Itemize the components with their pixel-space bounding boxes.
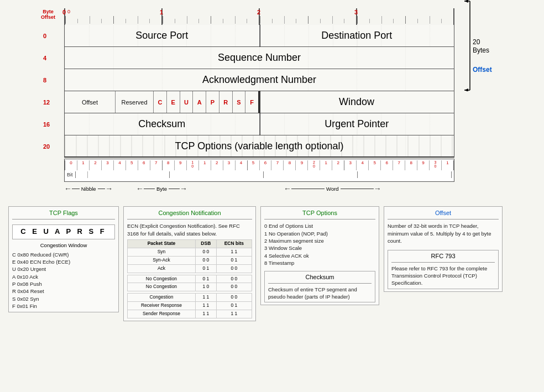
byte-num-8: 8 <box>43 77 46 83</box>
ruler-num-0: 0 <box>62 9 66 15</box>
options-cell: TCP Options (variable length optional) <box>65 135 454 156</box>
tcp-flags-title: TCP Flags <box>12 209 115 219</box>
table-row: Ack 0 1 0 0 <box>128 264 252 273</box>
congestion-title: Congestion Notification <box>127 209 252 219</box>
row-flags-window: Offset Reserved C E U A P R S F Window <box>64 91 454 113</box>
table-row: Receiver Response 1 1 0 1 <box>128 302 252 310</box>
source-port-cell: Source Port <box>65 25 260 46</box>
flag-r-cell: R <box>219 91 233 113</box>
byte-num-20: 20 <box>43 143 50 150</box>
table-row: No Congestion 0 1 0 0 <box>128 275 252 283</box>
congestion-window-label: Congestion Window <box>12 242 115 249</box>
svg-text:Bytes: Bytes <box>473 46 489 54</box>
window-cell: Window <box>259 91 454 113</box>
ruler-num-1: 1 <box>160 9 163 15</box>
ruler-num-3: 3 <box>354 9 358 15</box>
ack-cell: Acknowledgment Number <box>65 69 454 91</box>
measurement-row: ← Nibble → ← Byte → ← Word → <box>64 184 454 198</box>
byte-offset-header: ByteOffset <box>41 9 55 20</box>
row-checksum-urgent: Checksum Urgent Pointer <box>64 113 454 135</box>
svg-text:Offset: Offset <box>473 66 492 74</box>
flag-s-cell: S <box>233 91 246 113</box>
urgent-cell: Urgent Pointer <box>260 113 454 135</box>
checksum-sub-text: Checksum of entire TCP segment and pseud… <box>268 286 372 301</box>
congestion-text: ECN (Explicit Congestion Notification). … <box>127 222 252 237</box>
flag-list: C 0x80 Reduced (CWR) E 0x40 ECN Echo (EC… <box>12 251 115 310</box>
table-row: Sender Response 1 1 1 1 <box>128 310 252 318</box>
congestion-table: Packet State DSB ECN bits Syn 0 0 1 1 Sy… <box>127 239 252 318</box>
rfc-title: RFC 793 <box>391 252 495 262</box>
row-options: TCP Options (variable length optional) <box>64 135 454 158</box>
ruler-num-2: 2 <box>257 9 260 15</box>
rfc-box: RFC 793 Please refer to RFC 793 for the … <box>388 250 499 289</box>
options-list: 0 End of Options List 1 No Operation (NO… <box>264 222 375 266</box>
offset-box: Offset Number of 32-bit words in TCP hea… <box>384 206 503 292</box>
offset-field-cell: Offset <box>65 91 116 113</box>
table-row: Congestion 1 1 0 0 <box>128 294 252 302</box>
byte-num-0: 0 <box>43 33 46 39</box>
tcp-flags-box: TCP Flags C E U A P R S F Congestion Win… <box>8 206 119 312</box>
flag-e-cell: E <box>167 91 180 113</box>
sequence-cell: Sequence Number <box>65 47 454 69</box>
bottom-bit-ruler: 0 1 2 3 4 5 6 7 8 9 10 1 2 3 4 5 6 7 8 9 <box>64 159 454 182</box>
bit-label: Bit <box>67 172 73 177</box>
row-sequence: Sequence Number <box>64 47 454 69</box>
nibble-label: Nibble <box>81 186 96 192</box>
checksum-sub-title: Checksum <box>268 273 372 283</box>
offset-box-text: Number of 32-bit words in TCP header, mi… <box>388 222 499 244</box>
congestion-box: Congestion Notification ECN (Explicit Co… <box>123 206 256 321</box>
row-ack: Acknowledgment Number <box>64 69 454 91</box>
top-ruler: 0 0 1 <box>64 8 454 25</box>
tcp-options-title: TCP Options <box>264 209 375 219</box>
flag-f-cell: F <box>245 91 259 113</box>
offset-box-title: Offset <box>388 209 499 219</box>
byte-label: Byte <box>156 186 167 192</box>
checksum-sub-box: Checksum Checksum of entire TCP segment … <box>264 271 375 302</box>
table-row: Syn 0 0 1 1 <box>128 248 252 256</box>
checksum-cell: Checksum <box>65 113 260 135</box>
table-row: Syn-Ack 0 0 0 1 <box>128 256 252 264</box>
byte-num-16: 16 <box>43 121 50 128</box>
byte-num-4: 4 <box>43 55 46 61</box>
reserved-field-cell: Reserved <box>116 91 154 113</box>
offset-bracket-svg: 20 Bytes Offset <box>462 0 503 91</box>
row-source-dest: Source Port Destination Port <box>64 25 454 47</box>
flag-p-cell: P <box>206 91 219 113</box>
byte-num-12: 12 <box>43 99 50 106</box>
svg-text:20: 20 <box>473 38 480 46</box>
dest-port-cell: Destination Port <box>260 25 454 46</box>
word-label: Word <box>326 186 339 192</box>
flag-a-cell: A <box>193 91 206 113</box>
flag-u-cell: U <box>180 91 193 113</box>
rfc-text: Please refer to RFC 793 for the complete… <box>391 265 495 287</box>
flag-letters-display: C E U A P R S F <box>12 224 115 239</box>
options-box: TCP Options 0 End of Options List 1 No O… <box>260 206 379 305</box>
flag-c-cell: C <box>154 91 167 113</box>
table-row: No Congestion 1 0 0 0 <box>128 283 252 291</box>
